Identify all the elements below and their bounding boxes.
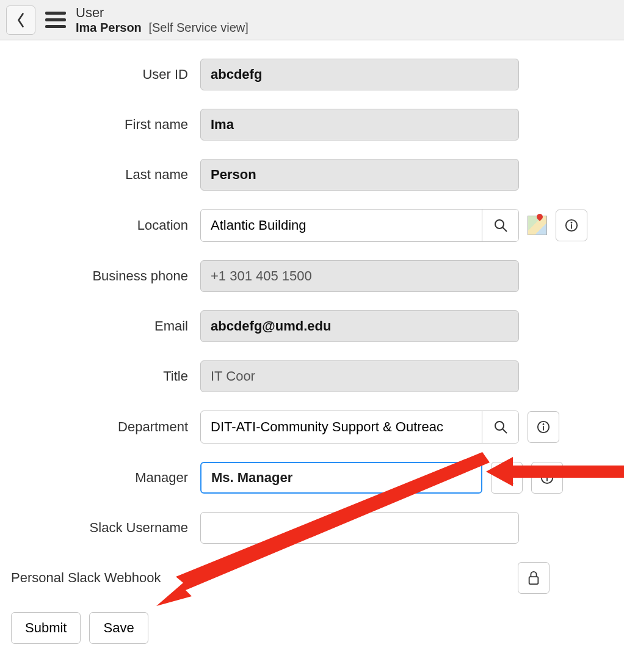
label-first-name: First name: [11, 117, 194, 133]
svg-rect-14: [546, 477, 548, 481]
info-icon: [537, 420, 550, 434]
lock-icon: [527, 570, 540, 586]
header-text: User Ima Person [Self Service view]: [76, 5, 249, 35]
slack-username-input[interactable]: [200, 512, 519, 544]
department-search-button[interactable]: [482, 411, 518, 443]
info-icon: [565, 219, 578, 232]
email-field: [200, 310, 519, 342]
department-info-button[interactable]: [528, 411, 559, 443]
menu-button[interactable]: [44, 9, 67, 31]
svg-rect-16: [529, 577, 539, 584]
manager-input[interactable]: [200, 462, 482, 494]
label-last-name: Last name: [11, 167, 194, 183]
svg-line-11: [509, 480, 513, 484]
business-phone-field: [200, 260, 519, 292]
svg-point-3: [571, 222, 573, 224]
search-icon: [493, 218, 508, 233]
search-icon: [493, 420, 508, 434]
user-form: User ID First name Last name Location: [0, 40, 624, 606]
label-user-id: User ID: [11, 67, 194, 82]
location-info-button[interactable]: [556, 210, 587, 241]
record-name: Ima Person: [76, 21, 142, 34]
svg-line-6: [502, 429, 507, 433]
info-icon: [540, 471, 554, 484]
title-field: [200, 360, 519, 392]
label-slack-webhook: Personal Slack Webhook: [11, 570, 194, 586]
form-actions: Submit Save: [0, 612, 624, 659]
location-lookup[interactable]: [200, 209, 519, 242]
svg-rect-4: [571, 224, 572, 228]
manager-info-button[interactable]: [531, 462, 563, 494]
label-location: Location: [11, 217, 194, 233]
svg-rect-9: [543, 426, 544, 430]
view-mode: [Self Service view]: [148, 21, 248, 34]
save-button[interactable]: Save: [89, 612, 148, 644]
back-button[interactable]: [6, 5, 35, 35]
location-input[interactable]: [201, 210, 482, 241]
first-name-field: [200, 109, 519, 141]
department-input[interactable]: [201, 411, 482, 443]
page-title: User: [76, 5, 249, 21]
svg-point-13: [546, 474, 548, 476]
label-slack-username: Slack Username: [11, 520, 194, 536]
page-header: User Ima Person [Self Service view]: [0, 0, 624, 40]
label-email: Email: [11, 318, 194, 334]
label-manager: Manager: [11, 470, 194, 486]
manager-search-button[interactable]: [491, 462, 523, 494]
chevron-left-icon: [15, 12, 26, 29]
label-title: Title: [11, 368, 194, 384]
search-icon: [499, 470, 514, 485]
label-business-phone: Business phone: [11, 268, 194, 284]
svg-point-10: [501, 472, 510, 481]
label-department: Department: [11, 419, 194, 435]
user-id-field: [200, 59, 519, 90]
webhook-lock-button[interactable]: [518, 562, 550, 594]
last-name-field: [200, 159, 519, 191]
svg-point-5: [495, 422, 504, 430]
location-search-button[interactable]: [482, 210, 518, 241]
header-subtitle: Ima Person [Self Service view]: [76, 21, 249, 35]
svg-point-0: [495, 220, 504, 228]
department-lookup[interactable]: [200, 411, 519, 444]
svg-line-1: [502, 227, 507, 232]
svg-point-8: [543, 423, 545, 425]
map-icon[interactable]: [528, 216, 547, 235]
submit-button[interactable]: Submit: [11, 612, 81, 644]
